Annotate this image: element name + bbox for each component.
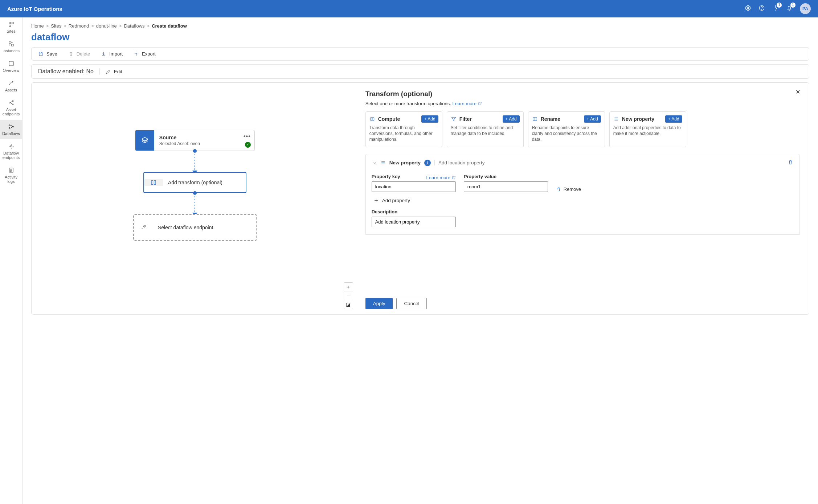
svg-point-2 — [762, 9, 762, 9]
help-icon[interactable] — [758, 5, 765, 13]
svg-point-0 — [747, 7, 749, 9]
avatar[interactable]: PA — [800, 3, 811, 14]
notifications-icon[interactable]: 1 — [786, 5, 793, 13]
app-title: Azure IoT Operations — [7, 6, 745, 12]
top-bar: Azure IoT Operations 1 1 PA — [0, 0, 818, 17]
diagnostics-icon[interactable]: 1 — [772, 5, 779, 13]
settings-icon[interactable] — [745, 5, 751, 13]
